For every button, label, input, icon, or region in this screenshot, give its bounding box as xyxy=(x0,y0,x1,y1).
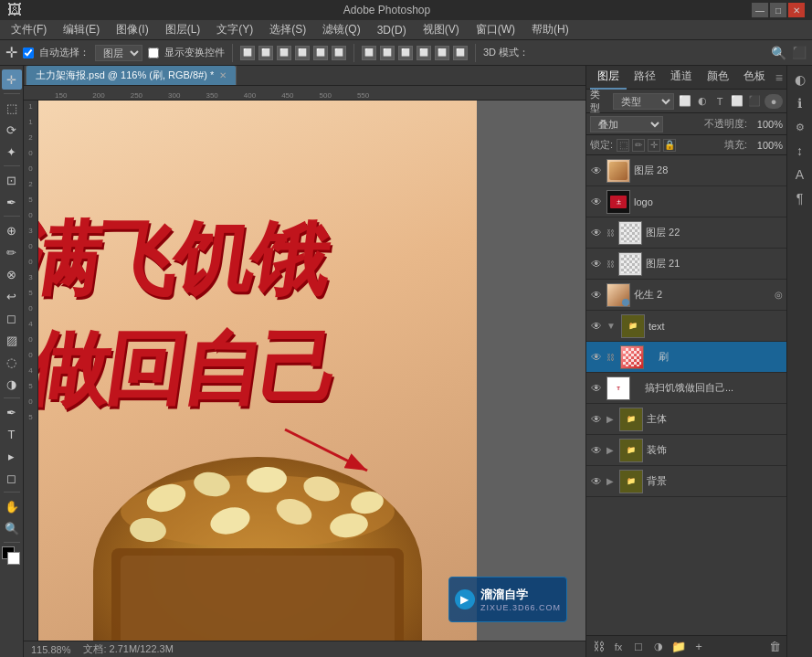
marquee-tool[interactable]: ⬚ xyxy=(2,98,22,118)
maximize-button[interactable]: □ xyxy=(770,3,786,17)
lock-position-icon[interactable]: ✛ xyxy=(648,139,660,152)
lasso-tool[interactable]: ⟳ xyxy=(2,120,22,140)
layer-visibility-icon[interactable]: 👁 xyxy=(590,475,603,488)
distribute-bottom-icon[interactable]: ⬜ xyxy=(453,46,468,60)
text-tool[interactable]: T xyxy=(2,424,22,444)
layer-visibility-icon[interactable]: 👁 xyxy=(590,289,603,302)
eraser-tool[interactable]: ◻ xyxy=(2,308,22,328)
eyedropper-tool[interactable]: ✒ xyxy=(2,192,22,212)
lock-all-icon[interactable]: 🔒 xyxy=(663,139,676,152)
layer-delete-button[interactable]: 🗑 xyxy=(766,639,783,655)
layer-visibility-icon[interactable]: 👁 xyxy=(590,382,603,395)
layer-item[interactable]: 👁 化生 2 ◎ xyxy=(586,280,786,311)
filter-pixel-icon[interactable]: ⬜ xyxy=(678,94,692,109)
layer-visibility-icon[interactable]: 👁 xyxy=(590,258,603,270)
tab-layers[interactable]: 图层 xyxy=(590,65,627,90)
align-center-h-icon[interactable]: ⬜ xyxy=(258,46,273,60)
auto-select-checkbox[interactable] xyxy=(23,48,34,58)
layer-item[interactable]: 👁 T 搞扫饥饿做回自己... xyxy=(586,373,786,404)
info-icon[interactable]: ℹ xyxy=(790,93,810,113)
tab-color[interactable]: 颜色 xyxy=(700,65,736,90)
canvas-viewport[interactable]: 满飞饥饿 做回自己 xyxy=(38,101,585,641)
shape-tool[interactable]: ◻ xyxy=(2,468,22,488)
layer-item[interactable]: 👁 土 logo xyxy=(586,186,786,217)
filter-smart-icon[interactable]: ⬛ xyxy=(747,94,762,109)
lock-transparent-icon[interactable]: ⬚ xyxy=(617,139,629,152)
menu-help[interactable]: 帮助(H) xyxy=(524,20,576,39)
filter-type-dropdown[interactable]: 类型 xyxy=(613,93,674,110)
distribute-v-icon[interactable]: ⬜ xyxy=(435,46,449,60)
layer-fx-button[interactable]: fx xyxy=(610,639,627,655)
filter-adjust-icon[interactable]: ◐ xyxy=(695,94,710,109)
layer-visibility-icon[interactable]: 👁 xyxy=(590,444,603,457)
dodge-tool[interactable]: ◑ xyxy=(2,374,22,394)
layer-item[interactable]: 👁 ⛓ 图层 22 xyxy=(586,217,786,249)
layer-group-item[interactable]: 👁 ▶ 📁 装饰 xyxy=(586,435,786,466)
close-button[interactable]: ✕ xyxy=(788,3,805,17)
folder-expand-icon[interactable]: ▶ xyxy=(606,445,614,455)
history-brush-tool[interactable]: ↩ xyxy=(2,286,22,306)
folder-expand-icon[interactable]: ▶ xyxy=(606,476,614,486)
align-bottom-icon[interactable]: ⬜ xyxy=(332,46,346,60)
path-selection-tool[interactable]: ▸ xyxy=(2,446,22,466)
panel-menu-button[interactable]: ≡ xyxy=(775,70,783,85)
layer-group-item[interactable]: 👁 ▼ 📁 text xyxy=(586,311,786,342)
layer-visibility-icon[interactable]: 👁 xyxy=(590,164,603,177)
tab-paths[interactable]: 路径 xyxy=(627,65,663,90)
layer-item-active[interactable]: 👁 ⛓ 刷 xyxy=(586,342,786,373)
pen-tool[interactable]: ✒ xyxy=(2,402,22,422)
menu-3d[interactable]: 3D(D) xyxy=(370,22,414,38)
paragraph-icon[interactable]: ¶ xyxy=(790,188,810,208)
auto-select-dropdown[interactable]: 图层 组 xyxy=(95,45,142,61)
distribute-right-icon[interactable]: ⬜ xyxy=(398,46,413,60)
folder-expand-icon[interactable]: ▼ xyxy=(606,321,616,331)
show-transform-checkbox[interactable] xyxy=(148,48,159,58)
folder-expand-icon[interactable]: ▶ xyxy=(606,414,614,424)
search-icon[interactable]: 🔍 xyxy=(771,46,786,60)
blur-tool[interactable]: ◌ xyxy=(2,352,22,372)
menu-edit[interactable]: 编辑(E) xyxy=(56,20,107,39)
hand-tool[interactable]: ✋ xyxy=(2,496,22,516)
blend-mode-dropdown[interactable]: 叠加 正常 溶解 xyxy=(590,116,663,132)
crop-tool[interactable]: ⊡ xyxy=(2,170,22,190)
layer-visibility-icon[interactable]: 👁 xyxy=(590,351,603,364)
text-properties-icon[interactable]: A xyxy=(790,164,810,185)
layer-group-item[interactable]: 👁 ▶ 📁 背景 xyxy=(586,466,786,497)
layer-visibility-icon[interactable]: 👁 xyxy=(590,227,603,239)
adjustments-icon[interactable]: ⚙ xyxy=(790,117,810,137)
clone-stamp-tool[interactable]: ⊗ xyxy=(2,264,22,284)
layer-item[interactable]: 👁 ⛓ 图层 21 xyxy=(586,249,786,280)
lock-pixels-icon[interactable]: ✏ xyxy=(632,139,645,152)
align-top-icon[interactable]: ⬜ xyxy=(295,46,310,60)
menu-filter[interactable]: 滤镜(Q) xyxy=(315,20,367,39)
layer-item[interactable]: 👁 图层 28 xyxy=(586,155,786,186)
menu-layer[interactable]: 图层(L) xyxy=(158,20,208,39)
gradient-tool[interactable]: ▨ xyxy=(2,330,22,350)
tab-channels[interactable]: 通道 xyxy=(663,65,700,90)
tab-close-button[interactable]: ✕ xyxy=(219,70,227,80)
filter-shape-icon[interactable]: ⬜ xyxy=(730,94,744,109)
menu-window[interactable]: 窗口(W) xyxy=(469,20,522,39)
menu-text[interactable]: 文字(Y) xyxy=(209,20,260,39)
layer-link-button[interactable]: ⛓ xyxy=(590,639,606,655)
actions-icon[interactable]: ↕ xyxy=(790,141,810,161)
layer-adjustment-button[interactable]: ◑ xyxy=(650,639,667,655)
magic-wand-tool[interactable]: ✦ xyxy=(2,142,22,162)
minimize-button[interactable]: — xyxy=(752,3,768,17)
layer-new-button[interactable]: + xyxy=(691,639,707,655)
distribute-top-icon[interactable]: ⬜ xyxy=(417,46,431,60)
align-left-icon[interactable]: ⬜ xyxy=(240,46,255,60)
layer-mask-button[interactable]: □ xyxy=(630,639,647,655)
foreground-background-color[interactable] xyxy=(2,546,22,567)
document-tab[interactable]: 土力架海报.psd @ 116% (刷, RGB/8#) * ✕ xyxy=(26,66,237,85)
tab-swatches[interactable]: 色板 xyxy=(736,65,773,90)
fill-value[interactable]: 100% xyxy=(751,140,783,151)
brush-tool[interactable]: ✏ xyxy=(2,242,22,262)
menu-file[interactable]: 文件(F) xyxy=(4,20,54,39)
layer-visibility-icon[interactable]: 👁 xyxy=(590,413,603,426)
menu-select[interactable]: 选择(S) xyxy=(262,20,313,39)
layer-group-button[interactable]: 📁 xyxy=(670,639,687,655)
opacity-value[interactable]: 100% xyxy=(751,119,783,130)
distribute-left-icon[interactable]: ⬜ xyxy=(362,46,376,60)
distribute-h-icon[interactable]: ⬜ xyxy=(380,46,395,60)
